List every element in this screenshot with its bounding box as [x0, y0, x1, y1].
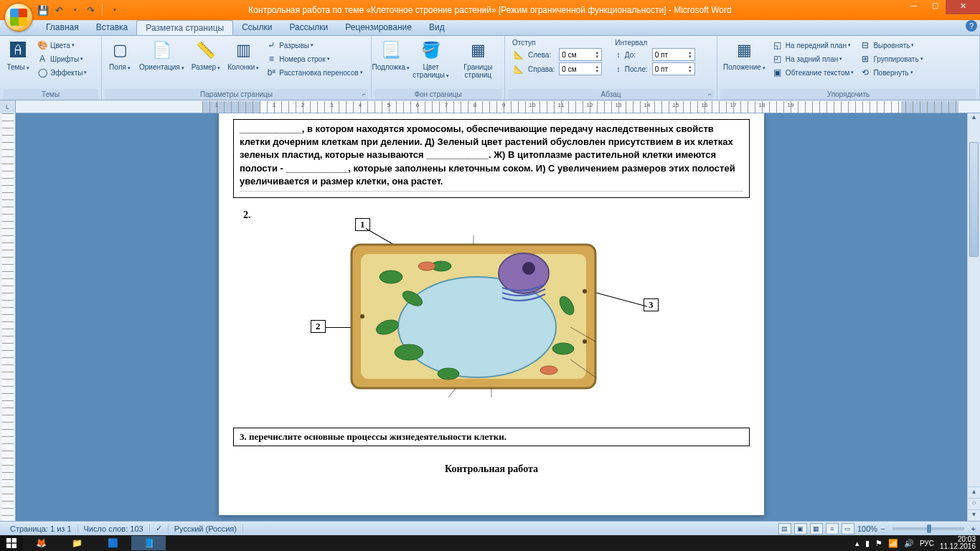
- align-icon: ⊟: [859, 39, 871, 51]
- tab-review[interactable]: Рецензирование: [336, 20, 420, 35]
- taskbar-explorer[interactable]: 📁: [60, 536, 94, 550]
- pagecolor-icon: 🪣: [420, 39, 443, 62]
- svg-point-16: [583, 339, 587, 344]
- proofing-icon: ✓: [156, 524, 162, 533]
- tab-page-layout[interactable]: Разметка страницы: [136, 20, 233, 35]
- question-3-textbox: 3. перечислите основные процессы жизнеде…: [233, 428, 750, 446]
- columns-button[interactable]: ▥Колонки: [225, 37, 262, 73]
- ruler-corner[interactable]: L: [0, 100, 16, 113]
- orientation-button[interactable]: 📄Ориентация: [136, 37, 187, 73]
- qat-separator: [102, 4, 103, 16]
- tab-references[interactable]: Ссылки: [233, 20, 281, 35]
- indent-right-input[interactable]: 0 см▲▼: [559, 62, 602, 75]
- vertical-ruler[interactable]: [0, 113, 16, 521]
- tab-view[interactable]: Вид: [420, 20, 453, 35]
- page-color-button[interactable]: 🪣Цвет страницы: [409, 37, 453, 81]
- line-numbers-button[interactable]: ≡Номера строк: [263, 52, 364, 65]
- view-full-screen[interactable]: ▣: [794, 523, 807, 534]
- scroll-up-icon[interactable]: ▲: [968, 113, 980, 125]
- margins-icon: ▢: [108, 39, 131, 62]
- group-icon: ⊞: [859, 53, 871, 65]
- theme-effects[interactable]: ◯Эффекты: [34, 66, 89, 79]
- theme-colors[interactable]: 🎨Цвета: [34, 39, 89, 52]
- tray-up-icon[interactable]: ▴: [855, 539, 859, 548]
- document-heading: Контрольная работа: [233, 463, 750, 475]
- group-pagebg-title: Фон страницы: [374, 89, 501, 100]
- indent-left-input[interactable]: 0 см▲▼: [559, 48, 602, 61]
- tab-mailings[interactable]: Рассылки: [281, 20, 336, 35]
- view-web-layout[interactable]: ▦: [810, 523, 823, 534]
- group-button[interactable]: ⊞Группировать: [857, 52, 925, 65]
- rotate-button[interactable]: ⟲Повернуть: [857, 66, 925, 79]
- zoom-out[interactable]: −: [880, 524, 885, 533]
- watermark-button[interactable]: 📃Подложка: [374, 37, 407, 73]
- view-draft[interactable]: ▭: [842, 523, 854, 534]
- text-wrap-button[interactable]: ▣Обтекание текстом: [770, 66, 857, 79]
- theme-fonts[interactable]: AШрифты: [34, 52, 89, 65]
- margins-button[interactable]: ▢Поля: [105, 37, 135, 73]
- spacing-after-label: После:: [625, 65, 648, 73]
- taskbar-app[interactable]: 🟦: [95, 536, 130, 550]
- bring-front-button[interactable]: ◱На передний план: [770, 39, 857, 52]
- breaks-button[interactable]: ⤶Разрывы: [263, 39, 364, 52]
- themes-button[interactable]: 🅰 Темы: [3, 37, 33, 73]
- start-button[interactable]: [0, 535, 23, 551]
- status-language[interactable]: Русский (Россия): [169, 524, 243, 533]
- undo-icon[interactable]: ↶: [53, 4, 65, 16]
- tab-insert[interactable]: Вставка: [88, 20, 137, 35]
- taskbar-firefox[interactable]: 🦊: [24, 536, 58, 550]
- maximize-button[interactable]: [924, 0, 946, 14]
- next-page-icon[interactable]: ▾: [968, 509, 980, 521]
- vertical-scrollbar[interactable]: ▲ ▴ ○ ▾: [967, 113, 980, 521]
- pagesetup-launcher[interactable]: ⌐: [362, 91, 369, 98]
- hyphenation-button[interactable]: bªРасстановка переносов: [263, 66, 364, 79]
- orientation-icon: 📄: [150, 39, 173, 62]
- watermark-icon: 📃: [380, 39, 402, 62]
- browse-object-icon[interactable]: ○: [968, 498, 980, 509]
- status-proofing[interactable]: ✓: [150, 524, 169, 533]
- view-print-layout[interactable]: ▤: [778, 523, 791, 534]
- position-button[interactable]: ▦Положение: [720, 37, 768, 73]
- save-icon[interactable]: 💾: [37, 4, 49, 16]
- spacing-after-input[interactable]: 0 пт▲▼: [652, 62, 695, 75]
- qat-customize[interactable]: [108, 4, 120, 16]
- send-back-button[interactable]: ◰На задний план: [770, 52, 857, 65]
- tray-volume-icon[interactable]: 🔊: [904, 539, 914, 548]
- zoom-in[interactable]: +: [971, 524, 976, 533]
- zoom-level[interactable]: 100%: [857, 524, 877, 533]
- document-page[interactable]: ____________, в котором находятся хромос…: [219, 113, 764, 515]
- tray-language[interactable]: РУС: [920, 540, 934, 547]
- tray-date[interactable]: 11.12.2016: [940, 543, 976, 550]
- question-1-textbox: ____________, в котором находятся хромос…: [233, 119, 750, 198]
- page-borders-button[interactable]: ▦Границы страниц: [455, 37, 501, 80]
- status-page[interactable]: Страница: 1 из 1: [4, 524, 78, 533]
- window-title: Контрольная работа по теме «Клеточное ст…: [248, 5, 731, 15]
- office-button[interactable]: [4, 3, 33, 32]
- prev-page-icon[interactable]: ▴: [968, 486, 980, 498]
- svg-line-20: [448, 388, 456, 397]
- status-words[interactable]: Число слов: 103: [78, 524, 150, 533]
- tab-home[interactable]: Главная: [37, 20, 88, 35]
- close-button[interactable]: [946, 0, 980, 14]
- view-outline[interactable]: ≡: [826, 523, 839, 534]
- paragraph-launcher[interactable]: ⌐: [708, 91, 715, 98]
- svg-point-8: [395, 344, 423, 360]
- align-button[interactable]: ⊟Выровнять: [857, 39, 925, 52]
- tray-flag-icon[interactable]: ⚑: [875, 539, 882, 548]
- undo-dropdown[interactable]: [69, 4, 80, 16]
- svg-rect-24: [12, 538, 17, 542]
- cell-diagram: 1 2 3: [233, 227, 750, 413]
- spacing-before-input[interactable]: 0 пт▲▼: [652, 48, 695, 61]
- tray-battery-icon[interactable]: ▮: [865, 539, 870, 548]
- redo-icon[interactable]: ↷: [85, 4, 96, 16]
- taskbar-word[interactable]: 📘: [131, 536, 166, 550]
- svg-point-4: [522, 262, 535, 275]
- zoom-slider[interactable]: [892, 527, 964, 530]
- themes-icon: 🅰: [6, 39, 29, 62]
- help-button[interactable]: ?: [966, 20, 977, 32]
- horizontal-ruler[interactable]: 112345678910111213141516171819: [202, 101, 958, 113]
- scroll-thumb[interactable]: [969, 142, 979, 257]
- size-button[interactable]: 📏Размер: [189, 37, 223, 73]
- minimize-button[interactable]: [903, 0, 924, 14]
- tray-network-icon[interactable]: 📶: [888, 539, 898, 548]
